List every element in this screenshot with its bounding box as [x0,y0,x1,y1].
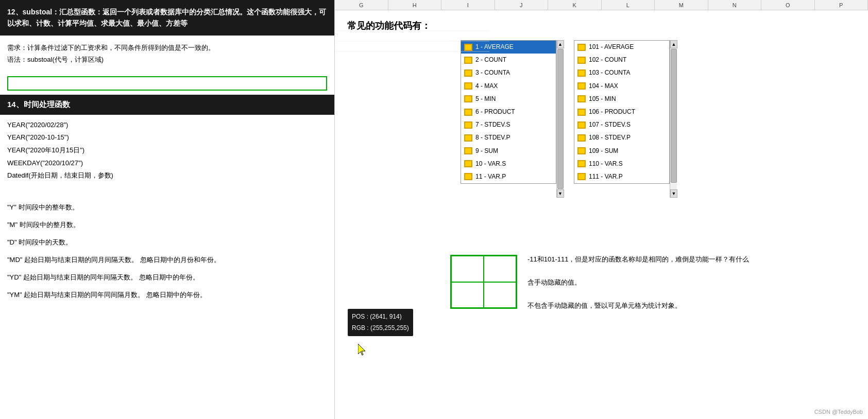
list1-item-label-2: 3 - COUNTA [475,68,510,78]
list2-item-label-10: 111 - VAR.P [589,172,623,182]
list1-item-9[interactable]: 10 - VAR.S [461,158,556,170]
col-M: M [655,0,708,10]
col-P: P [815,0,869,10]
desc-include: 含手动隐藏的值。 [527,278,581,287]
list1-item-label-7: 8 - STDEV.P [475,133,510,143]
grid-cell-4 [484,282,516,308]
list1-item-4[interactable]: 5 - MIN [461,93,556,106]
col-L: L [602,0,655,10]
list2-item-7[interactable]: 108 - STDEV.P [574,131,669,144]
grid-cell-2 [484,256,516,282]
list2-item-4[interactable]: 105 - MIN [574,93,669,106]
list-item-icon [464,147,472,154]
list1-item-7[interactable]: 8 - STDEV.P [461,131,556,144]
code-line-4: WEEKDAY("2020/10/27") [7,157,327,170]
list1-item-0[interactable]: 1 - AVERAGE [461,41,556,54]
list2-item-label-8: 109 - SUM [589,146,618,156]
list2-item-1[interactable]: 102 - COUNT [574,54,669,66]
list-item-icon [464,134,472,142]
list-item-icon [464,57,472,64]
scroll-down-btn[interactable]: ▼ [557,189,564,198]
list2-item-icon [577,160,586,167]
list1-item-label-5: 6 - PRODUCT [475,107,515,117]
list2-item-icon [577,173,586,180]
list2-item-icon [577,69,586,77]
list2-item-2[interactable]: 103 - COUNTA [574,66,669,79]
formula-input[interactable] [7,76,327,91]
list-item-icon [464,82,472,90]
code-line-2: YEAR("2020-10-15") [7,131,327,144]
list2-item-label-2: 103 - COUNTA [589,68,630,78]
list-item-icon [464,109,472,116]
list1-item-label-10: 11 - VAR.P [475,172,506,182]
list1-item-label-6: 7 - STDEV.S [475,120,510,130]
scroll-thumb[interactable] [557,49,564,189]
list2[interactable]: 101 - AVERAGE102 - COUNT103 - COUNTA104 … [574,40,670,184]
list1[interactable]: 1 - AVERAGE2 - COUNT3 - COUNTA4 - MAX5 -… [461,40,556,184]
list2-item-6[interactable]: 107 - STDEV.S [574,118,669,131]
section12-content: 需求：计算条件过滤下的工资求和，不同条件所得到的值是不一致的。 语法：subst… [0,36,334,72]
list2-item-8[interactable]: 109 - SUM [574,145,669,158]
list1-item-5[interactable]: 6 - PRODUCT [461,106,556,118]
scroll-up-btn[interactable]: ▲ [557,40,564,48]
list2-item-3[interactable]: 104 - MAX [574,80,669,93]
list2-item-label-5: 106 - PRODUCT [589,107,635,117]
list2-item-label-0: 101 - AVERAGE [589,42,634,52]
list1-item-8[interactable]: 9 - SUM [461,145,556,158]
list1-item-10[interactable]: 11 - VAR.P [461,170,556,183]
list1-item-label-1: 2 - COUNT [475,55,506,65]
list2-item-0[interactable]: 101 - AVERAGE [574,41,669,54]
code-line-1: YEAR("2020/02/28") [7,119,327,132]
list1-item-3[interactable]: 4 - MAX [461,80,556,93]
list2-item-label-1: 102 - COUNT [589,55,626,65]
list2-item-icon [577,82,586,90]
scrollbar2[interactable]: ▲ ▼ [670,40,677,198]
list2-item-icon [577,121,586,129]
param-section: "Y" 时间段中的整年数。 "M" 时间段中的整月数。 "D" 时间段中的天数。… [0,197,334,306]
list2-item-label-6: 107 - STDEV.S [589,120,631,130]
list1-item-label-9: 10 - VAR.S [475,159,506,169]
list1-item-2[interactable]: 3 - COUNTA [461,66,556,79]
list2-item-5[interactable]: 106 - PRODUCT [574,106,669,118]
list1-item-label-8: 9 - SUM [475,146,498,156]
tooltip-rgb: RGB : (255,255,255) [352,323,409,334]
scroll2-thumb[interactable] [671,49,677,183]
col-J: J [495,0,549,10]
param-YM: "YM" 起始日期与结束日期的同年同间隔月数。 忽略日期中的年份。 [7,288,327,302]
col-G: G [335,0,388,10]
desc-exclude: 不包含手动隐藏的值，暨以可见单元格为统计对象。 [527,301,682,310]
list2-item-label-7: 108 - STDEV.P [589,133,631,143]
col-H: H [388,0,442,10]
scroll2-down-btn[interactable]: ▼ [670,189,677,198]
list-item-icon [464,69,472,77]
list2-item-icon [577,109,586,116]
cursor-indicator [358,344,364,354]
list2-item-9[interactable]: 110 - VAR.S [574,158,669,170]
col-N: N [708,0,762,10]
list2-item-label-9: 110 - VAR.S [589,159,623,169]
list2-item-icon [577,147,586,154]
grid-cell-1 [451,256,484,282]
syntax-text: 语法：substoal(代号，计算区域) [7,54,327,65]
desc-part1: -11和101-111，但是对应的函数名称却是相同的，难倒是功能一样？有什么 [527,255,750,264]
list-item-icon [464,173,472,180]
param-D: "D" 时间段中的天数。 [7,236,327,249]
tooltip-pos: POS : (2641, 914) [352,311,409,323]
list2-container: 101 - AVERAGE102 - COUNT103 - COUNTA104 … [574,40,677,184]
list1-item-6[interactable]: 7 - STDEV.S [461,118,556,131]
section14-header: 14、时间处理函数 [0,95,334,115]
scroll2-up-btn[interactable]: ▲ [670,40,677,48]
list2-item-icon [577,134,586,142]
code-line-3: YEAR("2020年10月15日") [7,144,327,157]
right-section-title: 常见的功能代码有： [347,20,856,32]
section14-title: 14、时间处理函数 [7,100,70,109]
scrollbar1[interactable]: ▲ ▼ [556,40,564,198]
column-headers: G H I J K L M N O P [335,0,868,10]
list1-item-label-4: 5 - MIN [475,94,496,104]
list2-item-10[interactable]: 111 - VAR.P [574,170,669,183]
list1-container: 1 - AVERAGE2 - COUNT3 - COUNTA4 - MAX5 -… [461,40,564,184]
list-item-icon [464,95,472,102]
list1-item-1[interactable]: 2 - COUNT [461,54,556,66]
col-O: O [761,0,815,10]
param-YD: "YD" 起始日期与结束日期的同年间隔天数。 忽略日期中的年份。 [7,271,327,284]
